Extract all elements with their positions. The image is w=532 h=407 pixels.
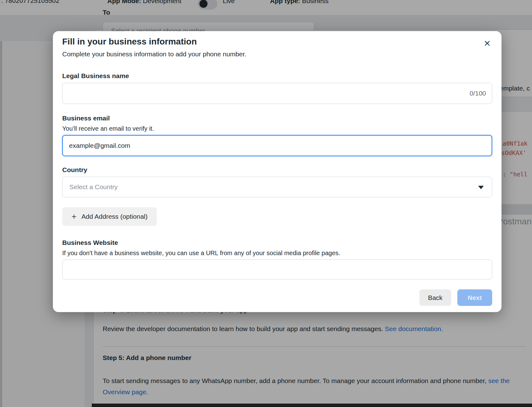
modal-title: Fill in your business information <box>62 37 197 47</box>
screen: : 780207725105502 App Mode: Development … <box>0 0 532 407</box>
close-icon[interactable]: ✕ <box>481 37 493 50</box>
add-address-button[interactable]: + Add Address (optional) <box>62 207 157 226</box>
country-label: Country <box>62 166 87 174</box>
country-select[interactable]: Select a Country <box>62 177 492 197</box>
plus-icon: + <box>72 213 77 221</box>
legal-name-label: Legal Business name <box>62 72 129 80</box>
business-email-field-wrap <box>62 135 492 156</box>
add-address-label: Add Address (optional) <box>82 213 147 220</box>
legal-name-field-wrap: 0/100 <box>62 83 492 104</box>
business-email-input[interactable] <box>62 135 492 156</box>
business-website-helper: If you don't have a business website, yo… <box>62 250 340 257</box>
country-placeholder: Select a Country <box>69 183 118 191</box>
business-website-label: Business Website <box>62 239 118 246</box>
back-button[interactable]: Back <box>419 289 451 306</box>
business-email-helper: You’ll receive an email to verify it. <box>62 125 154 132</box>
char-counter: 0/100 <box>469 90 486 97</box>
legal-name-input[interactable] <box>62 83 492 104</box>
business-website-field-wrap <box>62 260 492 279</box>
chevron-down-icon <box>478 186 484 189</box>
modal-subtitle: Complete your business information to ad… <box>62 50 246 58</box>
next-button[interactable]: Next <box>457 289 492 306</box>
business-info-modal: Fill in your business information Comple… <box>53 31 502 312</box>
business-email-label: Business email <box>62 115 110 122</box>
business-website-input[interactable] <box>62 260 492 279</box>
modal-footer: Back Next <box>419 289 492 306</box>
